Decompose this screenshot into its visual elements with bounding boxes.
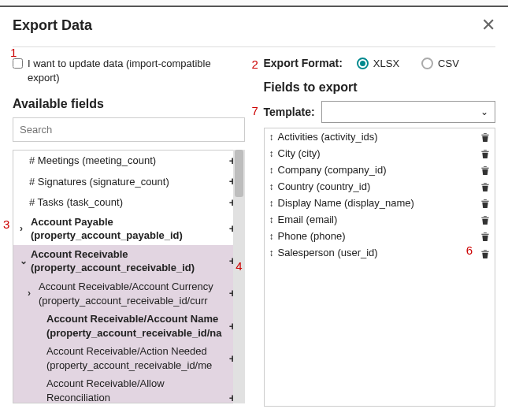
tree-holder: 3 # Meetings (meeting_count)+# Signature…	[13, 150, 245, 403]
fields-to-export-list[interactable]: 5 6 ↕Activities (activity_ids)↕City (cit…	[264, 128, 496, 407]
drag-handle-icon[interactable]: ↕	[269, 132, 273, 143]
radio-xlsx-label: XLSX	[373, 58, 399, 69]
export-row[interactable]: ↕Email (email)	[265, 211, 495, 228]
radio-csv-icon	[421, 58, 433, 69]
drag-handle-icon[interactable]: ↕	[269, 214, 273, 225]
tree-row-label: Account Receivable/Account Name (propert…	[46, 312, 226, 340]
annot-3: 3	[3, 217, 9, 231]
available-fields-tree[interactable]: # Meetings (meeting_count)+# Signatures …	[13, 150, 245, 403]
tree-row[interactable]: ⌄Account Receivable (property_account_re…	[13, 245, 244, 277]
export-row-label: Display Name (display_name)	[278, 197, 476, 209]
tree-row[interactable]: Account Receivable/Allow Reconciliation …	[13, 374, 244, 403]
update-data-label: I want to update data (import-compatible…	[28, 57, 245, 84]
scrollbar[interactable]	[233, 150, 245, 403]
window-topbar	[0, 0, 508, 7]
remove-field-button[interactable]	[480, 147, 490, 159]
drag-handle-icon[interactable]: ↕	[269, 148, 273, 159]
tree-row[interactable]: ›Account Payable (property_account_payab…	[13, 213, 244, 245]
tree-row-label: # Meetings (meeting_count)	[29, 154, 226, 168]
tree-row-label: Account Payable (property_account_payabl…	[31, 215, 226, 243]
radio-xlsx[interactable]: XLSX	[357, 58, 399, 69]
export-format-label: Export Format:	[264, 57, 343, 69]
close-button[interactable]: ✕	[481, 17, 495, 34]
remove-field-button[interactable]	[480, 230, 490, 242]
remove-field-button[interactable]	[480, 214, 490, 225]
available-fields-heading: Available fields	[13, 97, 245, 111]
drag-handle-icon[interactable]: ↕	[269, 165, 273, 176]
export-row-label: Salesperson (user_id)	[278, 247, 476, 258]
drag-handle-icon[interactable]: ↕	[269, 198, 273, 209]
tree-row[interactable]: # Signatures (signature_count)+	[13, 171, 244, 191]
export-row-label: Email (email)	[278, 214, 476, 225]
annot-7: 7	[252, 104, 258, 117]
tree-row-label: # Tasks (task_count)	[29, 195, 226, 210]
annot-2: 2	[252, 58, 258, 71]
update-data-checkbox[interactable]	[13, 58, 23, 69]
export-row-label: City (city)	[278, 147, 476, 159]
dialog-body: 1 I want to update data (import-compatib…	[13, 47, 495, 407]
chevron-right-icon[interactable]: ›	[28, 287, 35, 299]
export-row[interactable]: ↕Phone (phone)	[265, 228, 495, 244]
export-row[interactable]: ↕Display Name (display_name)	[265, 195, 495, 211]
drag-handle-icon[interactable]: ↕	[269, 181, 273, 192]
tree-row[interactable]: Account Receivable/Action Needed (proper…	[13, 342, 244, 374]
tree-selected-block: ⌄Account Receivable (property_account_re…	[13, 245, 244, 403]
tree-row-label: # Signatures (signature_count)	[29, 175, 226, 189]
dialog-header: Export Data ✕	[13, 17, 495, 47]
chevron-right-icon[interactable]: ›	[20, 222, 28, 235]
remove-field-button[interactable]	[480, 180, 490, 192]
dialog-title: Export Data	[13, 17, 92, 34]
annot-1: 1	[10, 46, 17, 59]
left-pane: 1 I want to update data (import-compatib…	[13, 57, 245, 407]
update-data-row: 1 I want to update data (import-compatib…	[13, 57, 245, 84]
export-row[interactable]: ↕Country (country_id)	[265, 178, 495, 195]
export-row-label: Phone (phone)	[278, 230, 476, 242]
radio-csv-label: CSV	[438, 58, 459, 69]
export-row[interactable]: ↕Salesperson (user_id)	[265, 244, 495, 261]
chevron-down-icon: ⌄	[480, 106, 488, 117]
tree-row-label: Account Receivable/Account Currency (pro…	[39, 280, 226, 307]
chevron-down-icon[interactable]: ⌄	[20, 255, 28, 267]
remove-field-button[interactable]	[480, 131, 490, 143]
radio-xlsx-icon	[357, 58, 369, 69]
right-pane: 2 Export Format: XLSX CSV Fields to expo…	[264, 57, 496, 407]
remove-field-button[interactable]	[480, 197, 490, 209]
radio-csv[interactable]: CSV	[421, 58, 459, 69]
export-row[interactable]: ↕Activities (activity_ids)	[265, 128, 495, 145]
tree-row[interactable]: # Meetings (meeting_count)+	[13, 151, 244, 171]
template-select[interactable]: ⌄	[321, 101, 495, 123]
drag-handle-icon[interactable]: ↕	[269, 231, 273, 242]
export-format-group: XLSX CSV	[357, 58, 459, 69]
remove-field-button[interactable]	[480, 164, 490, 176]
template-row: 7 Template: ⌄	[264, 101, 496, 123]
remove-field-button[interactable]	[480, 247, 490, 258]
tree-row-label: Account Receivable/Allow Reconciliation …	[46, 377, 226, 403]
tree-row[interactable]: Account Receivable/Account Name (propert…	[13, 310, 244, 342]
export-row-label: Country (country_id)	[278, 180, 476, 192]
export-format-row: 2 Export Format: XLSX CSV	[264, 57, 496, 69]
tree-row[interactable]: # Tasks (task_count)+	[13, 192, 244, 213]
export-row-label: Activities (activity_ids)	[278, 131, 476, 143]
template-label: Template:	[264, 106, 315, 118]
tree-row-label: Account Receivable (property_account_rec…	[31, 247, 226, 275]
drag-handle-icon[interactable]: ↕	[269, 247, 273, 258]
export-row[interactable]: ↕City (city)	[265, 145, 495, 162]
scrollbar-thumb[interactable]	[235, 150, 243, 197]
export-row[interactable]: ↕Company (company_id)	[265, 162, 495, 178]
tree-row-label: Account Receivable/Action Needed (proper…	[46, 344, 226, 372]
fields-to-export-heading: Fields to export	[264, 80, 496, 95]
export-dialog: Export Data ✕ 1 I want to update data (i…	[0, 7, 508, 407]
export-row-label: Company (company_id)	[278, 164, 476, 176]
tree-row[interactable]: ›Account Receivable/Account Currency (pr…	[13, 277, 244, 310]
search-input[interactable]	[13, 117, 245, 142]
